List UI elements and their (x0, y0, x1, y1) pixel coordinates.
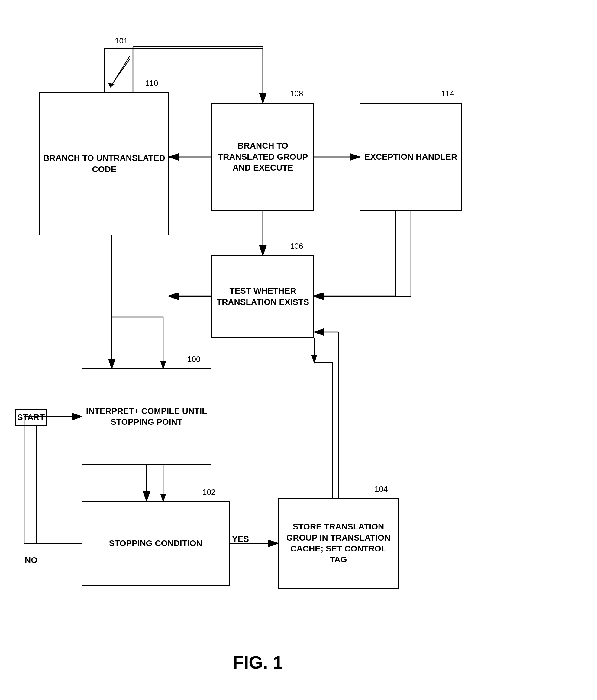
box-interpret-compile: INTERPRET+ COMPILE UNTIL STOPPING POINT (81, 368, 212, 465)
box-stopping-condition: STOPPING CONDITION (81, 501, 230, 585)
no-label: NO (25, 555, 38, 565)
label-108: 108 (290, 89, 303, 98)
box-branch-untranslated: BRANCH TO UNTRANSLATED CODE (39, 92, 169, 235)
start-box: START (15, 409, 47, 426)
diagram-container: 101 BRANCH TO UNTRANSLATED CODE 110 BRAN… (0, 0, 597, 700)
label-101: 101 (115, 36, 128, 46)
label-106: 106 (290, 242, 303, 251)
box-store-translation: STORE TRANSLATION GROUP IN TRANSLATION C… (278, 498, 399, 589)
yes-label: YES (232, 534, 249, 544)
box-exception-handler: EXCEPTION HANDLER (360, 103, 462, 211)
label-100: 100 (187, 355, 200, 364)
label-110: 110 (145, 78, 158, 88)
label-114: 114 (441, 89, 454, 98)
box-branch-translated: BRANCH TO TRANSLATED GROUP AND EXECUTE (212, 103, 314, 211)
label-104: 104 (375, 484, 388, 494)
label-102: 102 (202, 488, 215, 497)
figure-label: FIG. 1 (233, 652, 283, 673)
box-test-translation: TEST WHETHER TRANSLATION EXISTS (212, 255, 314, 338)
svg-line-2 (115, 56, 130, 80)
